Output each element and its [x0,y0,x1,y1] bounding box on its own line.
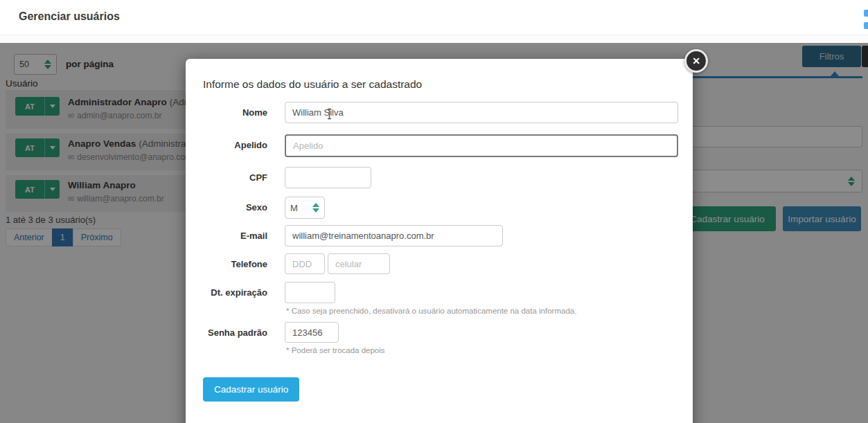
edge-cut-icon[interactable] [864,22,868,29]
celular-input[interactable] [328,253,390,274]
email-label: E-mail [186,225,267,241]
apelido-label: Apelido [186,134,267,150]
form-row-email: E-mail [186,225,693,246]
senha-helper: * Poderá ser trocada depois [286,346,385,354]
form-row-apelido: Apelido [186,134,693,157]
form-row-telefone: Telefone [186,253,693,274]
register-user-modal: Informe os dados do usuário a ser cadast… [186,59,693,423]
senha-input[interactable] [285,322,339,343]
dt-expiracao-helper: * Caso seja preenchido, desativará o usu… [286,307,576,315]
nome-label: Nome [186,102,267,118]
submit-register-button[interactable]: Cadastrar usuário [203,377,299,402]
form-row-senha: Senha padrão * Poderá ser trocada depois [186,322,693,354]
ddd-input[interactable] [285,253,325,274]
email-input[interactable] [285,225,503,246]
form-row-dt-expiracao: Dt. expiração * Caso seja preenchido, de… [186,282,693,315]
content-area: 50 por página Usuário AT Administrador A… [0,43,868,423]
senha-label: Senha padrão [186,322,267,338]
page-header: Gerenciar usuários [0,0,868,35]
cpf-label: CPF [186,167,267,183]
edge-cut-icon[interactable] [864,10,868,17]
modal-title: Informe os dados do usuário a ser cadast… [203,78,422,91]
sexo-value: M [290,203,312,213]
form-row-nome: Nome [186,102,693,123]
form-row-cpf: CPF [186,167,693,188]
page-title: Gerenciar usuários [19,10,120,23]
form-row-sexo: Sexo M [186,197,693,219]
apelido-input[interactable] [285,134,678,157]
cpf-input[interactable] [285,167,371,188]
dt-expiracao-label: Dt. expiração [186,282,267,298]
screen: Gerenciar usuários 50 por página Usuário… [0,0,868,423]
modal-close-button[interactable]: ✕ [684,49,708,73]
header-divider [0,35,868,43]
spinner-arrows-icon[interactable] [312,203,319,213]
telefone-label: Telefone [186,253,267,269]
close-icon: ✕ [692,55,700,66]
dt-expiracao-input[interactable] [285,282,335,303]
sexo-label: Sexo [186,197,267,213]
sexo-select[interactable]: M [285,197,325,219]
nome-input[interactable] [285,102,678,123]
